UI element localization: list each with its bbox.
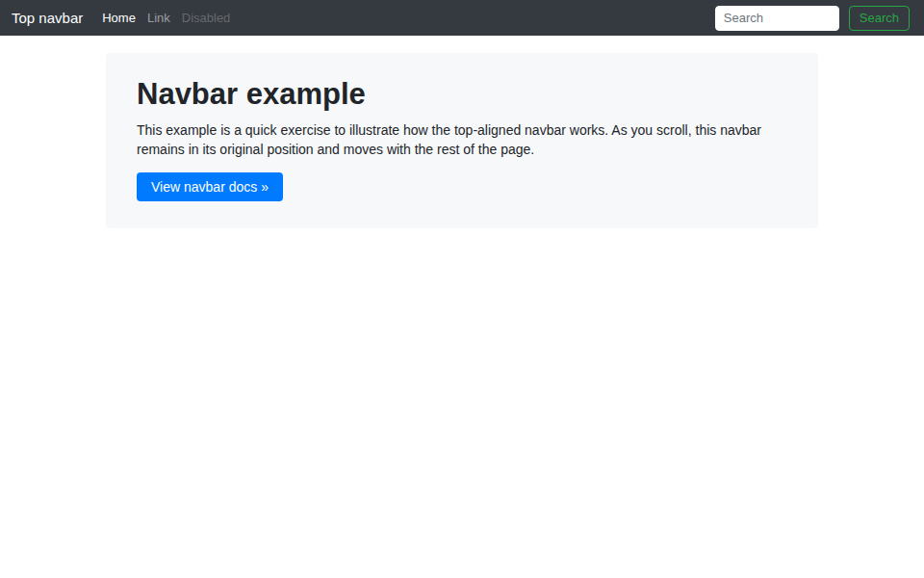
search-form: Search <box>715 6 910 31</box>
navbar-nav: Home Link Disabled <box>96 11 236 25</box>
nav-link-home[interactable]: Home <box>96 11 141 25</box>
search-input[interactable] <box>715 6 839 31</box>
main-content: Navbar example This example is a quick e… <box>106 53 818 228</box>
view-navbar-docs-button[interactable]: View navbar docs » <box>137 172 283 201</box>
search-button[interactable]: Search <box>849 6 910 31</box>
jumbotron-description: This example is a quick exercise to illu… <box>137 120 787 159</box>
page-title: Navbar example <box>137 78 787 111</box>
navbar-brand[interactable]: Top navbar <box>12 10 83 26</box>
nav-link-link[interactable]: Link <box>141 11 176 25</box>
jumbotron: Navbar example This example is a quick e… <box>106 53 818 228</box>
top-navbar: Top navbar Home Link Disabled Search <box>0 0 924 36</box>
nav-link-disabled: Disabled <box>176 11 237 25</box>
